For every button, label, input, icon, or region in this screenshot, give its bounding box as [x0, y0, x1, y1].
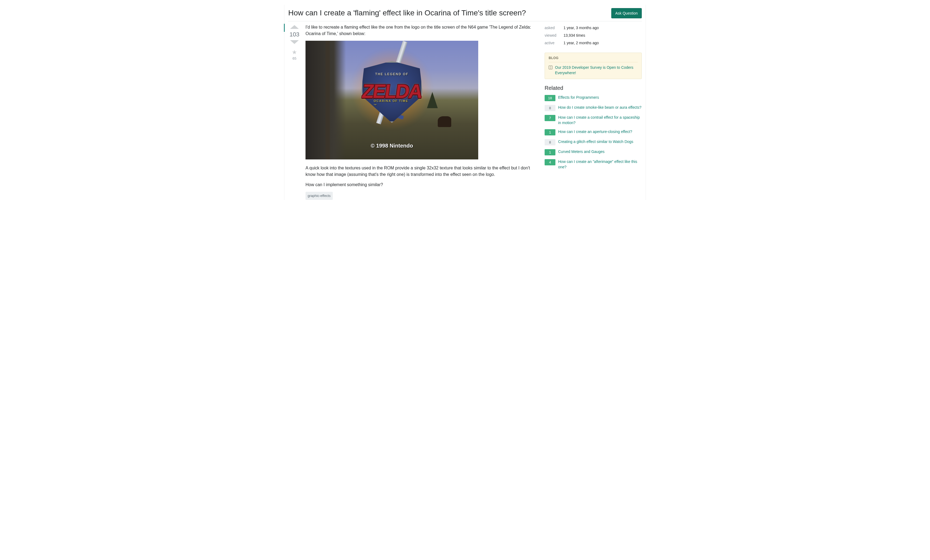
vote-score: 103 [289, 31, 300, 38]
logo-text-sub: OCARINA OF TIME ™ [374, 99, 410, 108]
related-score-badge: 4 [545, 159, 556, 165]
question-stats: asked 1 year, 3 months ago viewed 13,934… [545, 24, 642, 47]
blog-box: BLOG Our 2019 Developer Survey is Open t… [545, 52, 642, 79]
related-score-badge: 1 [545, 129, 556, 135]
stat-label: active [545, 39, 564, 47]
related-score-badge: 7 [545, 115, 556, 121]
related-item: 4How can I create an "afterimage" effect… [545, 159, 642, 170]
logo-group: THE LEGEND OF ZELDA OCARINA OF TIME ™ [356, 55, 428, 126]
related-score-badge: 18 [545, 95, 556, 101]
related-link[interactable]: Effects for Programmers [558, 95, 599, 100]
related-item: 8Creating a glitch effect similar to Wat… [545, 139, 642, 145]
accent-bar [284, 24, 285, 32]
related-item: 18Effects for Programmers [545, 95, 642, 101]
bg-tree [325, 41, 330, 159]
related-list: 18Effects for Programmers8How do I creat… [545, 95, 642, 170]
logo-text-top: THE LEGEND OF [375, 72, 408, 77]
related-link[interactable]: How can I create an "afterimage" effect … [558, 159, 642, 170]
question-header: How can I create a 'flaming' effect like… [288, 8, 642, 21]
related-link[interactable]: How do I create smoke-like beam or aura … [558, 105, 642, 110]
related-item: 8How do I create smoke-like beam or aura… [545, 105, 642, 111]
post-body: I'd like to recreate a flaming effect li… [305, 24, 538, 200]
related-link[interactable]: Creating a glitch effect similar to Watc… [558, 139, 633, 145]
stat-label: asked [545, 24, 564, 32]
question-title: How can I create a 'flaming' effect like… [288, 8, 606, 18]
post-paragraph: I'd like to recreate a flaming effect li… [305, 24, 538, 37]
related-item: 7How can I create a contrail effect for … [545, 115, 642, 125]
stat-label: viewed [545, 32, 564, 39]
related-score-badge: 1 [545, 149, 556, 155]
blog-link[interactable]: Our 2019 Developer Survey is Open to Cod… [555, 65, 638, 75]
related-score-badge: 8 [545, 139, 556, 145]
embedded-screenshot: THE LEGEND OF ZELDA OCARINA OF TIME ™ © … [305, 41, 478, 159]
bg-horse [438, 116, 451, 127]
related-link[interactable]: How can I create a contrail effect for a… [558, 115, 642, 125]
favorite-count: 65 [293, 56, 296, 60]
tag-graphic-effects[interactable]: graphic-effects [305, 192, 333, 200]
chat-icon [549, 66, 553, 69]
main-column: 103 ★ 65 I'd like to recreate a flaming … [288, 24, 538, 200]
sidebar: asked 1 year, 3 months ago viewed 13,934… [545, 24, 642, 200]
post-paragraph: A quick look into the textures used in t… [305, 165, 538, 178]
upvote-button[interactable] [290, 25, 299, 29]
related-item: 1How can I create an aperture-closing ef… [545, 129, 642, 135]
related-score-badge: 8 [545, 105, 556, 111]
favorite-button[interactable]: ★ [292, 49, 297, 55]
ask-question-button[interactable]: Ask Question [611, 8, 642, 18]
related-item: 1Curved Meters and Gauges [545, 149, 642, 155]
stat-value: 13,934 times [564, 32, 642, 39]
blog-item: Our 2019 Developer Survey is Open to Cod… [549, 65, 638, 75]
page-container: How can I create a 'flaming' effect like… [284, 5, 646, 200]
vote-controls: 103 ★ 65 [288, 24, 301, 200]
image-copyright: © 1998 Nintendo [371, 142, 413, 150]
post-paragraph: How can I implement something similar? [305, 182, 538, 188]
stat-value: 1 year, 2 months ago [564, 39, 642, 47]
related-heading: Related [545, 85, 642, 91]
downvote-button[interactable] [290, 40, 299, 44]
stat-value: 1 year, 3 months ago [564, 24, 642, 32]
body-row: 103 ★ 65 I'd like to recreate a flaming … [288, 24, 642, 200]
related-link[interactable]: Curved Meters and Gauges [558, 149, 605, 155]
blog-heading: BLOG [549, 56, 638, 62]
related-link[interactable]: How can I create an aperture-closing eff… [558, 129, 632, 135]
